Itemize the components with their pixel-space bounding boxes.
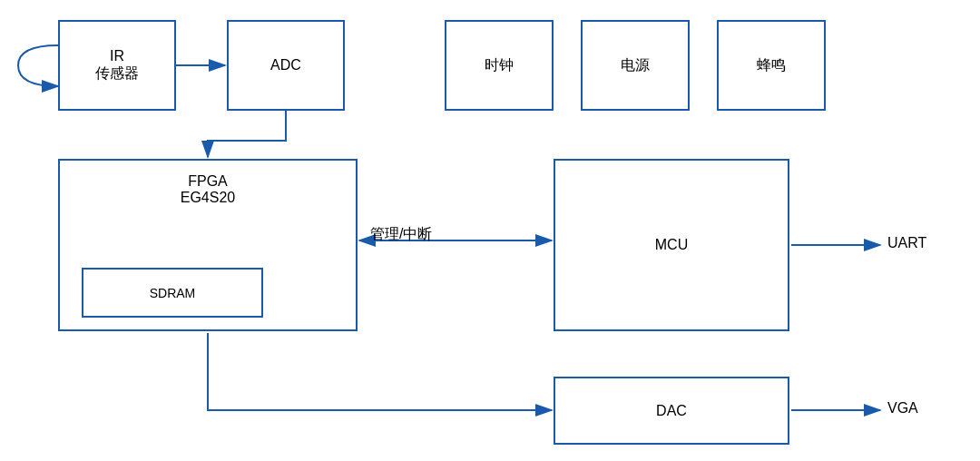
clock-label: 时钟 (485, 56, 514, 75)
sdram-box: SDRAM (82, 268, 263, 318)
dac-box: DAC (554, 377, 789, 445)
uart-label: UART (887, 235, 926, 251)
clock-box: 时钟 (445, 20, 554, 111)
mcu-box: MCU (554, 159, 789, 331)
adc-label: ADC (270, 57, 301, 74)
mcu-label: MCU (655, 237, 688, 253)
sdram-label: SDRAM (150, 286, 196, 300)
power-label: 电源 (621, 56, 650, 75)
buzzer-box: 蜂鸣 (717, 20, 826, 111)
ir-sensor-label: IR 传感器 (95, 48, 139, 83)
manage-interrupt-label: 管理/中断 (370, 225, 432, 244)
dac-label: DAC (656, 403, 687, 419)
fpga-label: FPGA EG4S20 (181, 173, 235, 206)
block-diagram: IR 传感器 ADC 时钟 电源 蜂鸣 FPGA EG4S20 SDRAM MC… (0, 0, 980, 461)
adc-box: ADC (227, 20, 345, 111)
power-box: 电源 (581, 20, 690, 111)
buzzer-label: 蜂鸣 (757, 56, 786, 75)
vga-label: VGA (887, 400, 918, 417)
ir-sensor-box: IR 传感器 (58, 20, 176, 111)
